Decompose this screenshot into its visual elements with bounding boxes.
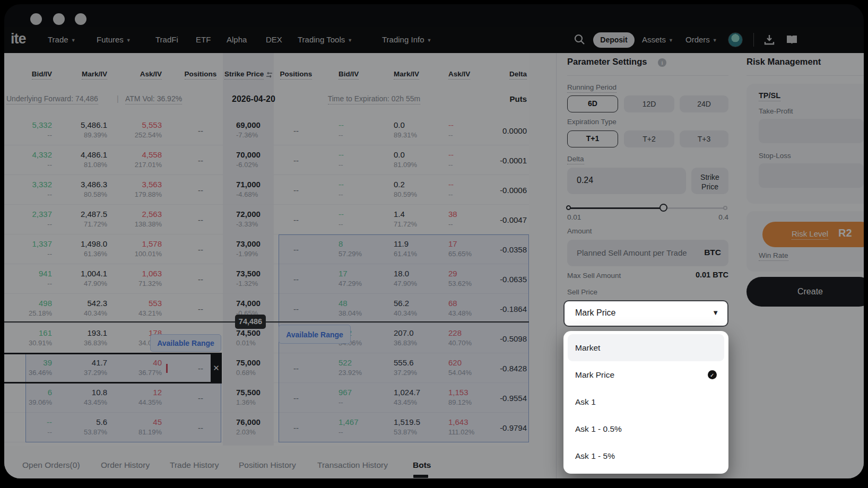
- tpsl-card: TP/SL Take-Profit Stop-Loss: [747, 84, 864, 204]
- col-header-bid-calls[interactable]: Bid/IV: [32, 70, 52, 80]
- option-ask1-5[interactable]: Ask 1 - 5%: [568, 442, 724, 469]
- underlying-price-badge: 74,486: [235, 315, 266, 329]
- sort-swap-icon[interactable]: [265, 71, 273, 79]
- docs-book-icon[interactable]: [785, 33, 798, 46]
- col-header-mark-calls[interactable]: Mark/IV: [82, 70, 107, 80]
- option-row[interactable]: 3,332-- 3,486.380.58% 3,563179.88% -- 71…: [4, 175, 529, 205]
- download-icon[interactable]: [763, 33, 776, 46]
- col-header-mark-puts[interactable]: Mark/IV: [394, 70, 419, 80]
- slider-min-endpoint: [566, 205, 571, 210]
- create-button[interactable]: Create: [747, 277, 864, 307]
- chevron-down-icon: ▼: [71, 38, 76, 43]
- option-market[interactable]: Market: [568, 334, 724, 361]
- amount-input[interactable]: Planned Sell Amount per Trade BTC: [567, 240, 728, 266]
- nav-trading-info[interactable]: Trading Info▼: [382, 35, 431, 44]
- meta-divider: |: [117, 94, 119, 103]
- nav-futures[interactable]: Futures▼: [97, 35, 131, 44]
- underlying-forward-value: Underlying Forward: 74,486: [6, 94, 98, 104]
- col-header-delta[interactable]: Delta: [509, 70, 527, 80]
- tab-order-history[interactable]: Order History: [101, 460, 150, 470]
- col-header-ask-puts[interactable]: Ask/IV: [448, 70, 470, 80]
- avatar[interactable]: [728, 32, 743, 47]
- option-ask1[interactable]: Ask 1: [568, 388, 724, 415]
- options-chain-table: Bid/IV Mark/IV Ask/IV Positions Strike P…: [4, 53, 529, 446]
- chevron-down-icon: ▼: [126, 38, 131, 43]
- sell-price-label: Sell Price: [567, 288, 597, 296]
- risk-level-value: R2: [838, 227, 852, 239]
- nav-etf[interactable]: ETF: [196, 35, 211, 44]
- expiry-date[interactable]: 2026-04-20: [232, 94, 275, 103]
- expiration-t3[interactable]: T+3: [680, 130, 728, 147]
- option-mark-price[interactable]: Mark Price: [568, 361, 724, 388]
- amount-unit: BTC: [704, 248, 721, 257]
- nav-divider: [753, 33, 754, 47]
- slider-max-endpoint: [723, 206, 727, 210]
- tab-position-history[interactable]: Position History: [239, 460, 296, 470]
- strike-price-mode-button[interactable]: Strike Price: [691, 168, 728, 194]
- chevron-down-icon: ▼: [669, 38, 673, 43]
- tab-trade-history[interactable]: Trade History: [170, 460, 219, 470]
- puts-side-label: Puts: [474, 94, 527, 103]
- delta-value: 0.24: [577, 176, 593, 185]
- option-ask1-05[interactable]: Ask 1 - 0.5%: [568, 415, 724, 442]
- tab-bots[interactable]: Bots: [413, 460, 431, 470]
- nav-trade[interactable]: Trade▼: [48, 35, 76, 44]
- traffic-light-zoom-icon[interactable]: [75, 13, 86, 25]
- available-range-tooltip-calls: Available Range: [150, 334, 221, 352]
- nav-dex[interactable]: DEX: [266, 35, 282, 44]
- risk-level-pill: Risk Level R2: [762, 222, 864, 247]
- col-header-strike-price[interactable]: Strike Price: [224, 70, 264, 80]
- slider-max-label: 0.4: [675, 213, 728, 221]
- nav-alpha[interactable]: Alpha: [227, 35, 247, 44]
- stop-loss-input[interactable]: [759, 163, 864, 188]
- search-icon[interactable]: [573, 33, 586, 46]
- tab-open-orders[interactable]: Open Orders(0): [22, 460, 80, 470]
- check-icon: [708, 370, 717, 379]
- panel-divider: [556, 53, 557, 478]
- option-row[interactable]: 4,332-- 4,486.181.08% 4,558217.01% -- 70…: [4, 145, 529, 175]
- tab-transaction-history[interactable]: Transaction History: [317, 460, 388, 470]
- running-period-6d[interactable]: 6D: [567, 95, 618, 112]
- delta-slider-thumb[interactable]: [659, 204, 667, 212]
- info-icon[interactable]: i: [658, 58, 666, 67]
- win-rate-label: Win Rate: [759, 251, 788, 261]
- amount-placeholder: Planned Sell Amount per Trade: [577, 248, 687, 257]
- stop-loss-label: Stop-Loss: [759, 152, 791, 160]
- chevron-down-icon: ▼: [712, 309, 719, 317]
- nav-tradfi[interactable]: TradFi: [155, 35, 178, 44]
- max-sell-label: Max Sell Amount: [567, 272, 621, 280]
- expiration-t2[interactable]: T+2: [624, 130, 674, 147]
- traffic-light-close-icon[interactable]: [30, 13, 42, 25]
- top-nav: ite Trade▼ Futures▼ TradFi ETF Alpha DEX…: [4, 27, 864, 53]
- nav-trading-tools[interactable]: Trading Tools▼: [298, 35, 352, 44]
- app-window: ite Trade▼ Futures▼ TradFi ETF Alpha DEX…: [4, 4, 864, 478]
- sell-price-selected-value: Mark Price: [575, 308, 615, 318]
- brand-logo[interactable]: ite: [11, 31, 26, 47]
- option-row[interactable]: 5,332-- 5,486.189.39% 5,553252.54% -- 69…: [4, 116, 529, 145]
- sell-price-select[interactable]: Mark Price ▼: [563, 300, 728, 327]
- col-header-positions-calls[interactable]: Positions: [185, 70, 217, 80]
- take-profit-label: Take-Profit: [759, 107, 793, 115]
- delta-input[interactable]: 0.24: [567, 168, 686, 194]
- running-period-24d[interactable]: 24D: [680, 95, 728, 112]
- col-header-positions-puts[interactable]: Positions: [280, 70, 313, 80]
- running-period-12d[interactable]: 12D: [624, 95, 674, 112]
- traffic-light-minimize-icon[interactable]: [53, 13, 65, 25]
- nav-assets[interactable]: Assets▼: [642, 35, 673, 44]
- expiration-t1[interactable]: T+1: [567, 130, 618, 147]
- running-period-label: Running Period: [567, 83, 617, 93]
- col-header-ask-calls[interactable]: Ask/IV: [140, 70, 162, 80]
- delta-slider-fill: [568, 207, 664, 209]
- option-row[interactable]: 2,337-- 2,487.571.72% 2,563138.38% -- 72…: [4, 205, 529, 234]
- risk-management-title: Risk Management: [747, 57, 821, 67]
- col-header-bid-puts[interactable]: Bid/IV: [338, 70, 359, 80]
- deposit-button[interactable]: Deposit: [593, 32, 635, 48]
- nav-orders[interactable]: Orders▼: [685, 35, 717, 44]
- close-icon-button[interactable]: ✕: [211, 353, 222, 383]
- take-profit-input[interactable]: [759, 119, 864, 143]
- slider-min-label: 0.01: [567, 213, 581, 221]
- sell-price-dropdown: Market Mark Price Ask 1 Ask 1 - 0.5% Ask…: [563, 331, 728, 474]
- time-to-expiration: Time to Expiration: 02h 55m: [328, 94, 421, 104]
- chevron-down-icon: ▼: [427, 38, 432, 43]
- tpsl-label: TP/SL: [759, 91, 780, 101]
